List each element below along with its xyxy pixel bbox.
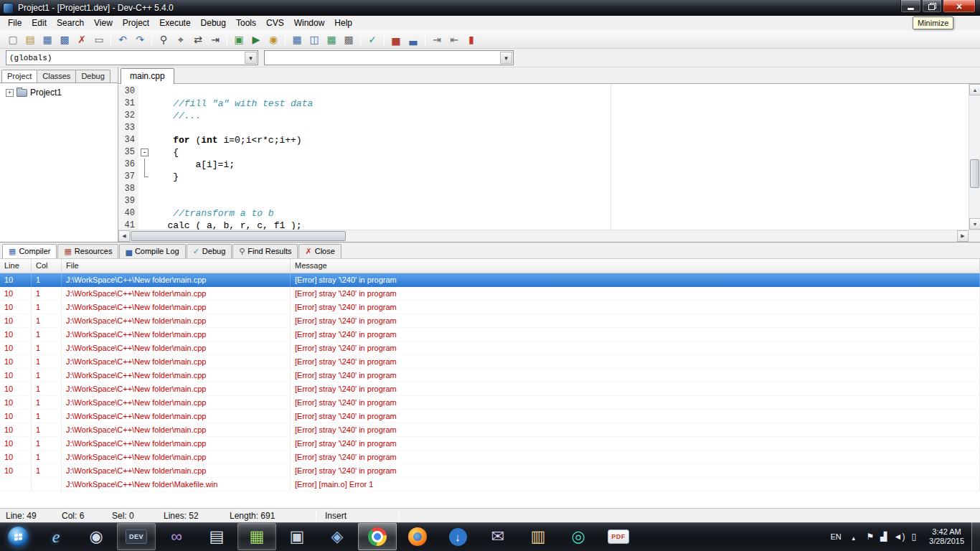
project-view-button[interactable]: ▦ <box>288 32 306 47</box>
internet-explorer-button[interactable]: e <box>37 523 75 550</box>
save-button[interactable]: ▦ <box>39 32 56 47</box>
open-button[interactable]: ▤ <box>22 32 39 47</box>
compiler-row[interactable]: 101J:\WorkSpace\C++\New folder\main.cpp[… <box>0 273 980 287</box>
maps-app-button[interactable]: ◈ <box>318 523 357 550</box>
column-header-col[interactable]: Col <box>32 259 62 273</box>
office-app-button[interactable]: ▣ <box>278 523 316 550</box>
code-line[interactable]: 31 //fill "a" with test data <box>118 98 969 110</box>
print-button[interactable]: ▭ <box>90 32 108 47</box>
code-line[interactable]: 39 <box>118 195 969 207</box>
tree-item-project1[interactable]: Project1 <box>1 87 116 98</box>
undo-button[interactable]: ↶ <box>114 32 131 47</box>
line-number[interactable]: 31 <box>118 98 138 110</box>
bottom-tab-debug[interactable]: ✓Debug <box>187 244 232 258</box>
code-line[interactable]: 41 calc ( a, b, r, c, f1 ); <box>118 220 969 230</box>
minimize-button[interactable] <box>900 0 921 13</box>
column-header-line[interactable]: Line <box>0 259 32 273</box>
line-number[interactable]: 36 <box>118 159 138 171</box>
pdf-reader-button[interactable]: PDF <box>599 523 638 550</box>
fold-collapse-icon[interactable]: - <box>141 149 149 156</box>
grid-view-button[interactable]: ▩ <box>340 32 357 47</box>
line-number[interactable]: 40 <box>118 207 138 220</box>
code-line[interactable]: 32 //... <box>118 110 969 122</box>
globals-combo[interactable]: (globals) <box>6 50 258 65</box>
code-line[interactable]: 40 //transform a to b <box>118 207 969 220</box>
find-button[interactable]: ⚲ <box>155 32 172 47</box>
start-button[interactable] <box>0 522 36 551</box>
editor-horizontal-scrollbar[interactable] <box>118 230 980 242</box>
code-line[interactable]: 35- { <box>118 146 969 159</box>
code-line[interactable]: 37 } <box>118 171 969 183</box>
new-source-button[interactable]: ▢ <box>4 32 22 47</box>
compile-and-run-button[interactable]: ◉ <box>265 32 282 47</box>
abort-compilation-button[interactable]: ▮ <box>463 32 480 47</box>
report-view-button[interactable]: ▦ <box>323 32 340 47</box>
compiler-row[interactable]: 101J:\WorkSpace\C++\New folder\main.cpp[… <box>0 382 980 396</box>
code-line[interactable]: 34 for (int i=0;i<r*c;i++) <box>118 134 969 146</box>
compiler-row[interactable]: 101J:\WorkSpace\C++\New folder\main.cpp[… <box>0 287 980 301</box>
power-icon[interactable]: ▯ <box>911 532 916 541</box>
line-number[interactable]: 30 <box>118 85 138 98</box>
close-file-button[interactable]: ✗ <box>73 32 90 47</box>
line-number[interactable]: 38 <box>118 183 138 195</box>
split-view-button[interactable]: ◫ <box>306 32 323 47</box>
scroll-right-icon[interactable] <box>957 230 969 242</box>
menu-view[interactable]: View <box>89 17 118 30</box>
find-in-files-button[interactable]: ⌖ <box>172 32 189 47</box>
menu-file[interactable]: File <box>3 17 27 30</box>
clock[interactable]: 3:42 AM 3/28/2015 <box>922 527 971 546</box>
bottom-tab-find-results[interactable]: ⚲Find Results <box>232 244 298 258</box>
messenger-button[interactable]: ✉ <box>479 523 517 550</box>
compile-button[interactable]: ▣ <box>230 32 248 47</box>
documents-app-button[interactable]: ▥ <box>519 523 557 550</box>
insert-button[interactable]: ⇥ <box>428 32 446 47</box>
menu-execute[interactable]: Execute <box>154 17 195 30</box>
column-header-message[interactable]: Message <box>291 259 980 273</box>
profiling-log-button[interactable]: ▃ <box>405 32 422 47</box>
compiler-row[interactable]: 101J:\WorkSpace\C++\New folder\main.cpp[… <box>0 328 980 342</box>
scroll-up-icon[interactable] <box>969 84 980 95</box>
code-line[interactable]: 30 <box>118 85 969 98</box>
line-number[interactable]: 41 <box>118 220 138 230</box>
menu-edit[interactable]: Edit <box>27 17 52 30</box>
menu-help[interactable]: Help <box>329 17 357 30</box>
compiler-row[interactable]: 101J:\WorkSpace\C++\New folder\main.cpp[… <box>0 314 980 328</box>
tab-main-cpp[interactable]: main.cpp <box>121 68 174 84</box>
code-line[interactable]: 33 <box>118 122 969 134</box>
line-number[interactable]: 32 <box>118 110 138 122</box>
vertical-scroll-thumb[interactable] <box>970 159 979 188</box>
firefox-button[interactable] <box>398 523 437 550</box>
language-indicator[interactable]: EN <box>825 532 846 541</box>
network-icon[interactable]: ▟ <box>880 532 887 541</box>
menu-project[interactable]: Project <box>118 17 154 30</box>
visual-studio-button[interactable]: ∞ <box>157 523 196 550</box>
titlebar[interactable]: Project1 - [Project1.dev] - Dev-C++ 5.4.… <box>0 0 980 16</box>
line-number[interactable]: 33 <box>118 122 138 134</box>
compiler-row[interactable]: 101J:\WorkSpace\C++\New folder\main.cpp[… <box>0 301 980 314</box>
scroll-left-icon[interactable] <box>118 230 130 242</box>
side-tab-classes[interactable]: Classes <box>37 70 76 83</box>
show-desktop-button[interactable] <box>971 522 980 551</box>
line-number[interactable]: 35 <box>118 146 138 159</box>
expand-icon[interactable] <box>6 89 14 97</box>
compiler-row[interactable]: 101J:\WorkSpace\C++\New folder\main.cpp[… <box>0 464 980 478</box>
tray-expand-icon[interactable] <box>847 530 861 543</box>
dev-cpp-button[interactable]: DEV <box>117 523 156 550</box>
text-editor-button[interactable]: ▤ <box>197 523 236 550</box>
menu-tools[interactable]: Tools <box>231 17 261 30</box>
compiler-row[interactable]: 101J:\WorkSpace\C++\New folder\main.cpp[… <box>0 342 980 355</box>
restore-button[interactable] <box>922 0 942 13</box>
line-number[interactable]: 34 <box>118 134 138 146</box>
side-tab-debug[interactable]: Debug <box>75 70 110 83</box>
bottom-tab-close[interactable]: ✗Close <box>298 244 341 258</box>
syntax-check-button[interactable]: ✓ <box>364 32 381 47</box>
redo-button[interactable]: ↷ <box>131 32 149 47</box>
code-editor[interactable]: 3031 //fill "a" with test data32 //...33… <box>118 84 980 230</box>
horizontal-scroll-thumb[interactable] <box>131 231 346 241</box>
chevron-down-icon[interactable] <box>500 52 512 64</box>
code-line[interactable]: 36 a[i]=i; <box>118 159 969 171</box>
code-area[interactable]: 3031 //fill "a" with test data32 //...33… <box>118 84 969 230</box>
bottom-tab-resources[interactable]: ▦Resources <box>57 244 118 258</box>
save-all-button[interactable]: ▩ <box>56 32 73 47</box>
compiler-row[interactable]: 101J:\WorkSpace\C++\New folder\main.cpp[… <box>0 355 980 369</box>
